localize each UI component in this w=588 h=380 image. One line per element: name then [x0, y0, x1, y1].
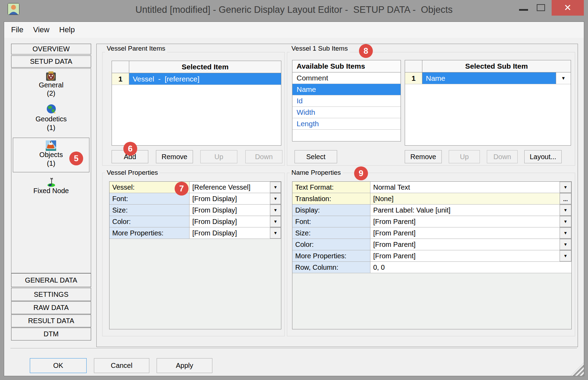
close-button[interactable]	[552, 0, 584, 16]
dropdown-button[interactable]	[560, 239, 571, 250]
property-value[interactable]: [From Display]	[190, 193, 270, 204]
property-label: Size:	[292, 227, 370, 239]
footer-separator-highlight	[10, 348, 577, 349]
dropdown-button[interactable]	[270, 216, 281, 227]
property-value[interactable]: [None]	[370, 193, 560, 204]
list-item-name[interactable]: Name	[292, 84, 401, 95]
vessel-sub-items-label: Vessel 1 Sub Items	[290, 45, 350, 52]
sidebar-item-general[interactable]: General	[11, 81, 91, 89]
property-value[interactable]: [From Display]	[190, 216, 270, 227]
list-item-id[interactable]: Id	[292, 95, 401, 107]
dropdown-button[interactable]	[270, 227, 281, 239]
property-label: More Properties:	[109, 227, 190, 239]
annotation-badge-7: 7	[175, 182, 188, 196]
property-label: Color:	[109, 216, 190, 227]
property-row-more-properties: More Properties: [From Display]	[109, 227, 281, 239]
property-row-vessel: Vessel: [Reference Vessel]	[109, 182, 281, 193]
menu-bar: File View Help	[4, 22, 584, 38]
selected-item-table-header: Selected Item	[112, 61, 281, 73]
property-row-translation: Translation: [None] ...	[292, 193, 571, 205]
selected-item-value[interactable]: Vessel - [reference]	[129, 73, 281, 85]
ok-button[interactable]: OK	[30, 358, 87, 373]
dropdown-button[interactable]	[560, 182, 571, 193]
vessel-properties-table: Vessel: [Reference Vessel] Font: [From D…	[109, 181, 281, 329]
name-properties-table: Text Format: Normal Text Translation: [N…	[292, 181, 572, 329]
up-button[interactable]: Up	[200, 150, 237, 163]
property-row-color: Color: [From Parent]	[292, 239, 571, 250]
list-item-comment[interactable]: Comment	[292, 72, 401, 84]
sidebar-tab-general-data[interactable]: GENERAL DATA	[11, 273, 91, 287]
menu-help[interactable]: Help	[59, 25, 75, 34]
maximize-icon	[537, 4, 545, 11]
property-label: Size:	[109, 205, 190, 216]
property-row-color: Color: [From Display]	[109, 216, 281, 227]
sidebar-tab-settings[interactable]: SETTINGS	[11, 288, 91, 301]
minimize-icon	[519, 9, 528, 11]
dropdown-button[interactable]	[560, 250, 571, 261]
dropdown-button[interactable]	[270, 193, 281, 204]
property-value[interactable]: [From Parent]	[370, 216, 560, 227]
sidebar-tab-raw-data[interactable]: RAW DATA	[11, 301, 91, 314]
table-row[interactable]: 1 Vessel - [reference]	[112, 73, 281, 85]
sidebar-item-fixed-node[interactable]: Fixed Node	[11, 187, 91, 195]
annotation-badge-6: 6	[123, 142, 137, 156]
selected-sub-item-header-row: Selected Sub Item	[405, 60, 571, 72]
cancel-button[interactable]: Cancel	[94, 358, 149, 373]
sidebar-tab-result-data[interactable]: RESULT DATA	[11, 314, 91, 327]
property-row-row-column: Row, Column: 0, 0	[292, 262, 571, 273]
sub-item-dropdown-button[interactable]	[556, 72, 571, 84]
property-value[interactable]: 0, 0	[370, 262, 571, 273]
property-value[interactable]: [From Parent]	[370, 250, 560, 261]
ship-icon	[46, 140, 56, 151]
maximize-button[interactable]	[534, 0, 549, 16]
list-item-width[interactable]: Width	[292, 107, 401, 118]
selected-sub-item-table: Selected Sub Item 1 Name	[405, 60, 571, 146]
ellipsis-button[interactable]: ...	[560, 193, 571, 204]
apply-button[interactable]: Apply	[157, 358, 212, 373]
dropdown-button[interactable]	[560, 216, 571, 227]
remove-sub-item-button[interactable]: Remove	[405, 150, 442, 163]
property-value[interactable]: [From Parent]	[370, 227, 560, 239]
property-value[interactable]: [Reference Vessel]	[190, 182, 270, 193]
selected-item-table: Selected Item 1 Vessel - [reference]	[112, 61, 281, 146]
dropdown-button[interactable]	[270, 205, 281, 216]
property-value[interactable]: [From Display]	[190, 205, 270, 216]
dropdown-button[interactable]	[270, 182, 281, 193]
select-button[interactable]: Select	[295, 150, 337, 163]
sidebar-tab-dtm[interactable]: DTM	[11, 328, 91, 340]
minimize-button[interactable]	[516, 0, 532, 16]
property-row-size: Size: [From Parent]	[292, 227, 571, 239]
up-sub-item-button[interactable]: Up	[449, 150, 480, 163]
down-sub-item-button[interactable]: Down	[487, 150, 518, 163]
property-value[interactable]: [From Display]	[190, 227, 270, 239]
down-button[interactable]: Down	[245, 150, 282, 163]
property-value[interactable]: Parent Label: Value [unit]	[370, 205, 560, 216]
sidebar-item-general-count: (2)	[11, 89, 91, 97]
menu-file[interactable]: File	[11, 25, 23, 34]
sidebar-item-geodetics-count: (1)	[11, 124, 91, 132]
selected-sub-item-value[interactable]: Name	[422, 72, 556, 84]
selected-item-column-header: Selected Item	[129, 61, 281, 73]
property-label: Display:	[292, 205, 370, 216]
menu-view[interactable]: View	[33, 25, 49, 34]
property-row-font: Font: [From Display]	[109, 193, 281, 205]
sidebar-tab-setup-data[interactable]: SETUP DATA	[11, 55, 91, 68]
property-label: Color:	[292, 239, 370, 250]
selected-sub-item-column-header: Selected Sub Item	[422, 60, 571, 72]
vessel-properties-label: Vessel Properties	[105, 169, 160, 176]
property-row-display: Display: Parent Label: Value [unit]	[292, 205, 571, 216]
layout-button[interactable]: Layout...	[524, 150, 562, 163]
table-row[interactable]: 1 Name	[405, 72, 571, 84]
dropdown-button[interactable]	[560, 205, 571, 216]
sidebar-item-geodetics[interactable]: Geodetics	[11, 115, 91, 123]
available-sub-items-list: Available Sub Items Comment Name Id Widt…	[292, 60, 401, 141]
list-item-length[interactable]: Length	[292, 118, 401, 130]
window: Untitled [modified] - Generic Display La…	[0, 0, 588, 380]
sidebar-tab-overview[interactable]: OVERVIEW	[11, 44, 91, 54]
property-value[interactable]: [From Parent]	[370, 239, 560, 250]
property-label: Text Format:	[292, 182, 370, 193]
remove-button[interactable]: Remove	[156, 150, 193, 163]
gyrocompass-icon	[45, 71, 57, 81]
property-value[interactable]: Normal Text	[370, 182, 560, 193]
dropdown-button[interactable]	[560, 227, 571, 239]
